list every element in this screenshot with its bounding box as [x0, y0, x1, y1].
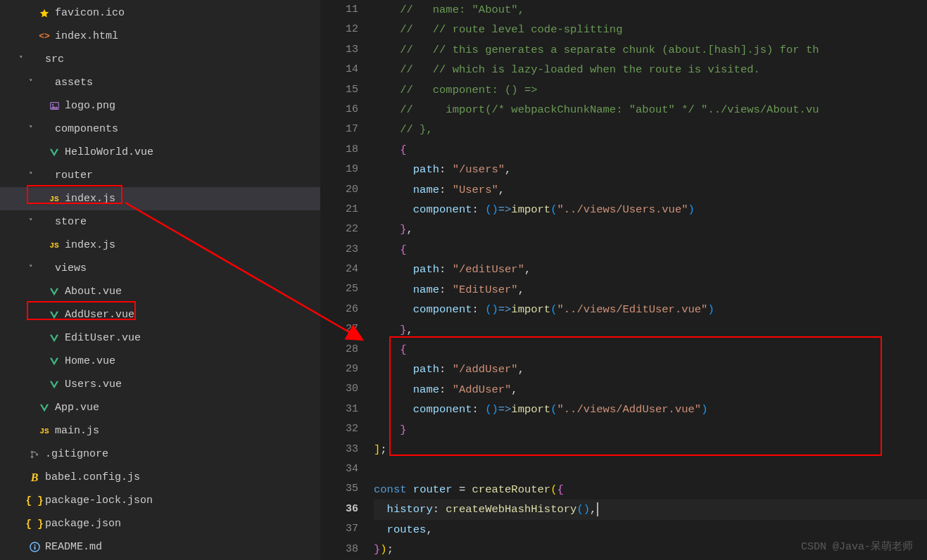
tree-item-label: App.vue: [55, 402, 99, 414]
line-number: 37: [320, 519, 358, 539]
chevron-down-icon: ˅: [25, 78, 37, 87]
tree-item-label: Home.vue: [65, 355, 115, 367]
code-line[interactable]: name: "AddUser",: [374, 380, 927, 400]
line-number: 32: [320, 419, 358, 439]
tree-item-label: favicon.ico: [55, 7, 125, 19]
code-line[interactable]: {: [374, 240, 927, 260]
line-number: 25: [320, 279, 358, 299]
tree-item-label: logo.png: [65, 100, 115, 112]
tree-item[interactable]: logo.png: [0, 94, 320, 117]
info-icon: [27, 542, 42, 552]
line-number: 11: [320, 0, 358, 20]
code-line[interactable]: // name: "About",: [374, 0, 927, 20]
tree-item[interactable]: JSindex.js: [0, 187, 320, 210]
vue-icon: [46, 333, 62, 343]
vue-icon: [46, 310, 62, 320]
tree-item[interactable]: HelloWorld.vue: [0, 141, 320, 164]
code-line[interactable]: name: "Users",: [374, 180, 927, 200]
code-line[interactable]: routes,: [374, 520, 927, 540]
tree-item[interactable]: AddUser.vue: [0, 303, 320, 326]
tree-item-label: .gitignore: [45, 448, 108, 460]
code-line[interactable]: },: [374, 320, 927, 340]
code-content[interactable]: // name: "About", // // route level code…: [374, 0, 927, 560]
code-line[interactable]: // // which is lazy-loaded when the rout…: [374, 60, 927, 79]
code-line[interactable]: path: "/editUser",: [374, 260, 927, 279]
line-number: 12: [320, 20, 358, 39]
babel-icon: B: [27, 471, 42, 484]
tree-item[interactable]: JSindex.js: [0, 234, 320, 257]
tree-item[interactable]: { }package.json: [0, 512, 320, 535]
line-number: 14: [320, 60, 358, 79]
tree-item[interactable]: Bbabel.config.js: [0, 466, 320, 489]
file-explorer-sidebar[interactable]: favicon.ico<>index.html˅src˅assetslogo.p…: [0, 0, 320, 560]
tree-item-label: index.js: [65, 239, 115, 251]
code-line[interactable]: ];: [374, 440, 927, 459]
html-icon: <>: [37, 31, 52, 42]
tree-item[interactable]: ˅views: [0, 257, 320, 280]
tree-item-label: EditUser.vue: [65, 332, 141, 344]
tree-item-label: index.html: [55, 30, 118, 42]
code-line[interactable]: }: [374, 420, 927, 440]
line-number: 17: [320, 120, 358, 139]
line-number: 27: [320, 319, 358, 339]
code-line[interactable]: component: ()=>import("../views/EditUser…: [374, 300, 927, 319]
vue-icon: [37, 403, 52, 413]
code-line[interactable]: component: ()=>import("../views/Users.vu…: [374, 200, 927, 219]
code-line[interactable]: path: "/addUser",: [374, 359, 927, 379]
svg-point-3: [31, 455, 34, 458]
svg-point-2: [31, 450, 34, 453]
tree-item[interactable]: Home.vue: [0, 350, 320, 373]
tree-item[interactable]: ˅src: [0, 48, 320, 71]
tree-item[interactable]: JSmain.js: [0, 419, 320, 443]
svg-point-4: [36, 453, 39, 456]
tree-item[interactable]: favicon.ico: [0, 1, 320, 25]
tree-item[interactable]: Users.vue: [0, 373, 320, 396]
line-number: 38: [320, 540, 358, 559]
tree-item-label: src: [45, 53, 64, 65]
line-number: 36: [320, 499, 358, 519]
tree-item-label: assets: [55, 77, 93, 89]
line-number: 18: [320, 140, 358, 160]
code-line[interactable]: path: "/users",: [374, 160, 927, 179]
code-line[interactable]: // },: [374, 120, 927, 139]
git-icon: [27, 450, 42, 459]
tree-item[interactable]: { }package-lock.json: [0, 489, 320, 512]
tree-item[interactable]: ˅assets: [0, 71, 320, 94]
code-editor[interactable]: 1112131415161718192021222324252627282930…: [320, 0, 927, 560]
tree-item[interactable]: <>index.html: [0, 25, 320, 48]
chevron-down-icon: ˅: [25, 217, 37, 227]
tree-item-label: package.json: [45, 518, 121, 530]
tree-item[interactable]: ˅components: [0, 117, 320, 141]
tree-item[interactable]: README.md: [0, 535, 320, 559]
tree-item[interactable]: .gitignore: [0, 443, 320, 466]
code-line[interactable]: [374, 459, 927, 479]
tree-item[interactable]: About.vue: [0, 280, 320, 303]
tree-item[interactable]: EditUser.vue: [0, 326, 320, 350]
chevron-down-icon: ˅: [25, 264, 37, 273]
code-line[interactable]: // // this generates a separate chunk (a…: [374, 40, 927, 60]
svg-point-6: [34, 545, 35, 546]
text-cursor: [597, 502, 598, 516]
line-number: 15: [320, 80, 358, 100]
code-line[interactable]: },: [374, 219, 927, 239]
code-line[interactable]: name: "EditUser",: [374, 280, 927, 300]
tree-item-label: views: [55, 262, 87, 274]
star-icon: [37, 8, 52, 18]
line-number: 22: [320, 219, 358, 239]
code-line[interactable]: // // route level code-splitting: [374, 20, 927, 39]
code-line[interactable]: const router = createRouter({: [374, 480, 927, 499]
code-line[interactable]: {: [374, 340, 927, 359]
tree-item[interactable]: App.vue: [0, 396, 320, 419]
line-number: 29: [320, 359, 358, 379]
tree-item[interactable]: ˅router: [0, 164, 320, 187]
tree-item[interactable]: ˅store: [0, 210, 320, 234]
code-line[interactable]: {: [374, 140, 927, 160]
code-line[interactable]: // component: () =>: [374, 80, 927, 100]
code-line[interactable]: // import(/* webpackChunkName: "about" *…: [374, 100, 927, 120]
code-line[interactable]: component: ()=>import("../views/AddUser.…: [374, 400, 927, 419]
img-icon: [46, 101, 62, 110]
code-line[interactable]: history: createWebHashHistory(),: [374, 499, 927, 519]
chevron-down-icon: ˅: [15, 55, 27, 64]
line-number: 13: [320, 40, 358, 60]
tree-item-label: store: [55, 216, 87, 228]
